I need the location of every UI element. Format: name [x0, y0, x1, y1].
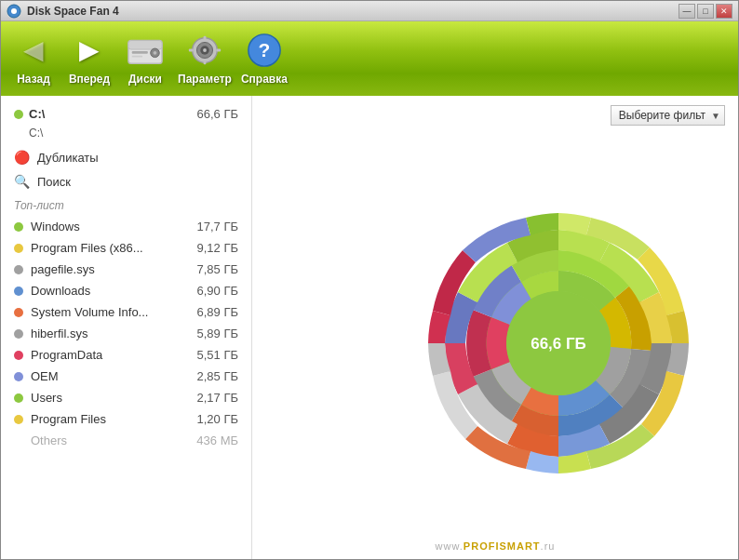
- duplicates-icon: 🔴: [14, 150, 30, 165]
- search-icon: 🔍: [14, 174, 30, 189]
- duplicates-item[interactable]: 🔴 Дубликаты: [1, 145, 251, 169]
- item-size-9: 1,20 ГБ: [182, 412, 238, 426]
- item-label-7: OEM: [31, 369, 175, 383]
- item-dot-0: [14, 222, 23, 232]
- item-dot-5: [14, 329, 23, 339]
- svg-rect-15: [216, 49, 221, 52]
- help-button[interactable]: ? Справка: [241, 32, 288, 86]
- filter-dropdown[interactable]: Выберите фильт ▼: [611, 105, 725, 126]
- drive-label: C:\: [29, 107, 192, 121]
- svg-text:?: ?: [259, 39, 271, 60]
- title-bar: Disk Space Fan 4 — □ ✕: [1, 1, 738, 21]
- params-icon: [186, 32, 223, 69]
- item-size-4: 6,89 ГБ: [182, 305, 238, 319]
- params-button[interactable]: Параметр: [178, 32, 232, 86]
- help-label: Справка: [241, 73, 288, 86]
- list-item[interactable]: ProgramData 5,51 ГБ: [1, 344, 251, 366]
- duplicates-label: Дубликаты: [37, 151, 99, 165]
- item-dot-9: [14, 415, 23, 424]
- item-label-1: Program Files (x86...: [31, 241, 175, 255]
- item-label-9: Program Files: [31, 412, 175, 426]
- watermark-brand: PROFISMART: [464, 540, 541, 552]
- item-size-0: 17,7 ГБ: [182, 220, 238, 233]
- content-area: C:\ 66,6 ГБ C:\ 🔴 Дубликаты 🔍 Поиск Топ-…: [1, 96, 738, 559]
- others-item: Others 436 МБ: [1, 430, 251, 451]
- list-item[interactable]: OEM 2,85 ГБ: [1, 366, 251, 387]
- app-icon: [7, 4, 21, 19]
- left-panel: C:\ 66,6 ГБ C:\ 🔴 Дубликаты 🔍 Поиск Топ-…: [1, 96, 252, 559]
- drive-size: 66,6 ГБ: [197, 107, 238, 121]
- item-size-5: 5,89 ГБ: [182, 327, 238, 340]
- item-dot-1: [14, 244, 23, 253]
- search-label: Поиск: [37, 175, 71, 189]
- help-icon: ?: [246, 32, 283, 69]
- maximize-button[interactable]: □: [697, 4, 714, 19]
- item-dot-2: [14, 265, 23, 274]
- item-dot-8: [14, 393, 23, 403]
- section-header: Топ-лист: [1, 193, 251, 216]
- drive-path: C:\: [1, 125, 251, 145]
- item-size-6: 5,51 ГБ: [182, 348, 238, 362]
- item-size-1: 9,12 ГБ: [182, 241, 238, 255]
- svg-text:66,6 ГБ: 66,6 ГБ: [531, 335, 586, 353]
- app-window: Disk Space Fan 4 — □ ✕ ◀ Назад ▶ Вперед: [0, 0, 739, 560]
- svg-rect-14: [189, 49, 194, 52]
- window-title: Disk Space Fan 4: [27, 5, 679, 18]
- item-dot-6: [14, 351, 23, 360]
- svg-rect-12: [204, 36, 207, 41]
- svg-rect-7: [132, 56, 142, 58]
- back-icon: ◀: [15, 32, 52, 69]
- list-item[interactable]: pagefile.sys 7,85 ГБ: [1, 259, 251, 280]
- svg-rect-6: [132, 51, 148, 54]
- forward-icon: ▶: [71, 32, 108, 69]
- drive-item[interactable]: C:\ 66,6 ГБ: [1, 103, 251, 125]
- item-size-3: 6,90 ГБ: [182, 284, 238, 298]
- item-label-6: ProgramData: [31, 348, 175, 362]
- chart-svg: 66,6 ГБ: [400, 185, 717, 501]
- list-item[interactable]: Users 2,17 ГБ: [1, 387, 251, 408]
- list-item[interactable]: hiberfil.sys 5,89 ГБ: [1, 323, 251, 344]
- minimize-button[interactable]: —: [679, 4, 695, 19]
- right-panel: Выберите фильт ▼ 66,6 ГБ: [252, 96, 738, 559]
- item-label-4: System Volume Info...: [31, 305, 175, 319]
- list-item[interactable]: Program Files 1,20 ГБ: [1, 408, 251, 430]
- filter-arrow-icon: ▼: [711, 111, 720, 121]
- list-item[interactable]: System Volume Info... 6,89 ГБ: [1, 301, 251, 323]
- item-dot-4: [14, 308, 23, 317]
- svg-point-5: [154, 51, 157, 55]
- disk-icon: [127, 32, 164, 69]
- toolbar: ◀ Назад ▶ Вперед Диски: [1, 21, 738, 96]
- item-label-8: Users: [31, 391, 175, 405]
- item-label-3: Downloads: [31, 284, 175, 298]
- forward-label: Вперед: [69, 73, 110, 86]
- watermark: www.PROFISMART.ru: [436, 540, 556, 552]
- item-size-2: 7,85 ГБ: [182, 262, 238, 276]
- item-label-5: hiberfil.sys: [31, 327, 175, 340]
- item-dot-3: [14, 287, 23, 296]
- drive-dot: [14, 110, 23, 119]
- item-size-7: 2,85 ГБ: [182, 369, 238, 383]
- list-item[interactable]: Downloads 6,90 ГБ: [1, 280, 251, 301]
- search-item[interactable]: 🔍 Поиск: [1, 169, 251, 193]
- item-dot-7: [14, 372, 23, 381]
- params-label: Параметр: [178, 73, 232, 86]
- filter-label: Выберите фильт: [619, 109, 705, 122]
- forward-button[interactable]: ▶ Вперед: [66, 32, 113, 86]
- disks-button[interactable]: Диски: [122, 32, 168, 86]
- disks-label: Диски: [128, 73, 162, 86]
- svg-point-1: [11, 8, 17, 14]
- close-button[interactable]: ✕: [716, 4, 732, 19]
- item-label-0: Windows: [31, 220, 175, 233]
- svg-point-11: [203, 48, 207, 52]
- others-size: 436 МБ: [196, 433, 238, 447]
- list-item[interactable]: Program Files (x86... 9,12 ГБ: [1, 237, 251, 259]
- back-button[interactable]: ◀ Назад: [10, 32, 57, 86]
- list-item[interactable]: Windows 17,7 ГБ: [1, 216, 251, 237]
- svg-rect-13: [204, 60, 207, 64]
- filter-bar: Выберите фильт ▼: [611, 105, 725, 126]
- item-label-2: pagefile.sys: [31, 262, 175, 276]
- others-label: Others: [14, 433, 189, 447]
- window-controls: — □ ✕: [679, 4, 732, 19]
- item-size-8: 2,17 ГБ: [182, 391, 238, 405]
- svg-rect-3: [128, 41, 162, 50]
